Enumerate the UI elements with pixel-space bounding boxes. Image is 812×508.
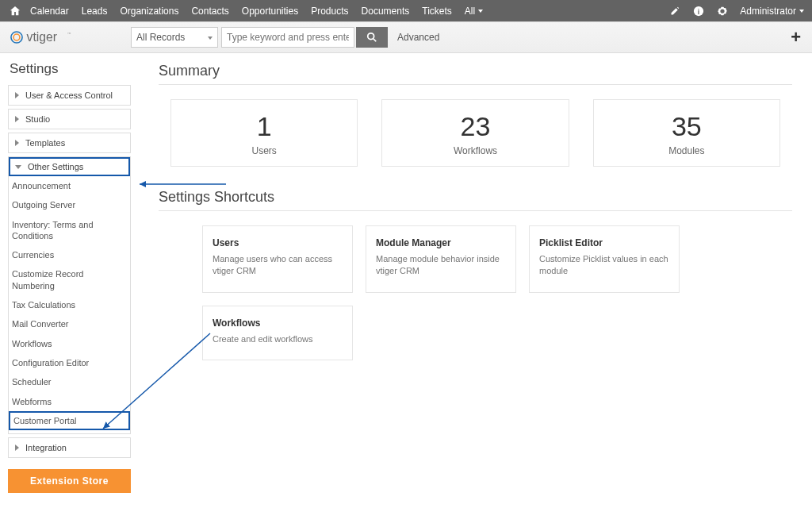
chevron-right-icon [15,444,19,451]
shortcut-title: Users [213,237,343,248]
summary-value: 23 [382,111,568,142]
summary-label: Users [171,145,357,156]
shortcuts-title: Settings Shortcuts [159,189,792,206]
shortcut-module-manager[interactable]: Module Manager Manage module behavior in… [366,225,516,293]
nav-tickets[interactable]: Tickets [422,6,452,17]
chevron-right-icon [15,92,19,98]
nav-calendar[interactable]: Calendar [30,6,69,17]
sidebar-item-announcement[interactable]: Announcement [9,176,130,195]
record-scope-select[interactable]: All Records [131,27,218,48]
chevron-right-icon [15,140,19,146]
sidebar-section-label: Other Settings [28,162,83,171]
sidebar-section-studio[interactable]: Studio [9,110,130,129]
sidebar-section-templates[interactable]: Templates [9,133,130,152]
svg-point-2 [11,32,22,43]
search-button[interactable] [356,27,388,48]
sidebar-section-label: User & Access Control [25,90,113,100]
chevron-down-icon [15,165,21,169]
sidebar-item-customer-portal[interactable]: Customer Portal [9,411,130,430]
extension-store-button[interactable]: Extension Store [8,469,131,493]
home-icon[interactable] [8,4,22,18]
shortcut-desc: Manage users who can access vtiger CRM [213,253,343,278]
summary-value: 35 [594,111,779,142]
sidebar-item-currencies[interactable]: Currencies [9,245,130,264]
top-nav: Calendar Leads Organizations Contacts Op… [0,0,812,21]
sidebar-item-mail-converter[interactable]: Mail Converter [9,314,130,333]
settings-content: Summary 1 Users 23 Workflows 35 Modules … [139,53,812,508]
summary-title: Summary [159,63,792,79]
sidebar-section-integration[interactable]: Integration [9,438,130,457]
svg-line-6 [373,39,377,42]
admin-menu[interactable]: Administrator [740,6,804,17]
chevron-right-icon [15,116,19,122]
settings-sidebar: Settings User & Access Control Studio Te… [0,53,139,508]
logo[interactable]: vtiger ™ [8,27,119,48]
edit-icon[interactable] [668,5,681,17]
sidebar-section-user-access[interactable]: User & Access Control [9,86,130,105]
sidebar-section-label: Integration [25,443,67,452]
sidebar-item-config-editor[interactable]: Configuration Editor [9,353,130,372]
shortcut-workflows[interactable]: Workflows Create and edit workflows [202,306,353,360]
sidebar-item-workflows[interactable]: Workflows [9,334,130,353]
sidebar-item-tax-calculations[interactable]: Tax Calculations [9,295,130,314]
header-bar: vtiger ™ All Records Advanced + [0,21,812,53]
shortcut-desc: Create and edit workflows [213,333,343,345]
nav-organizations[interactable]: Organizations [120,6,178,17]
svg-point-5 [368,33,374,40]
sidebar-item-scheduler[interactable]: Scheduler [9,372,130,391]
sidebar-section-label: Templates [25,138,65,148]
summary-label: Modules [594,145,779,156]
sidebar-item-outgoing-server[interactable]: Outgoing Server [9,195,130,214]
help-icon[interactable]: i [692,5,705,17]
sidebar-item-record-numbering[interactable]: Customize Record Numbering [9,264,130,295]
shortcut-desc: Customize Picklist values in each module [539,253,669,278]
sidebar-item-webforms[interactable]: Webforms [9,392,130,411]
nav-documents[interactable]: Documents [362,6,410,17]
nav-all[interactable]: All [465,6,483,17]
summary-card-modules[interactable]: 35 Modules [593,99,780,167]
shortcut-picklist-editor[interactable]: Picklist Editor Customize Picklist value… [529,225,680,293]
search-input[interactable] [221,27,354,48]
add-icon[interactable]: + [791,27,804,48]
advanced-search-link[interactable]: Advanced [397,32,439,43]
summary-card-users[interactable]: 1 Users [170,99,358,167]
sidebar-section-label: Studio [25,114,50,124]
summary-value: 1 [171,111,357,142]
summary-label: Workflows [382,145,568,156]
nav-products[interactable]: Products [311,6,348,17]
svg-text:i: i [698,7,699,15]
record-scope-label: All Records [136,32,185,43]
shortcut-title: Picklist Editor [539,237,669,248]
shortcut-title: Module Manager [376,237,506,248]
shortcut-desc: Manage module behavior inside vtiger CRM [376,253,506,278]
sidebar-title: Settings [8,61,131,77]
sidebar-section-other-settings[interactable]: Other Settings [9,157,130,176]
sidebar-item-inventory-terms[interactable]: Inventory: Terms and Conditions [9,215,130,246]
svg-text:vtiger: vtiger [27,30,57,44]
shortcut-users[interactable]: Users Manage users who can access vtiger… [202,225,353,293]
summary-card-workflows[interactable]: 23 Workflows [381,99,569,167]
nav-opportunities[interactable]: Opportunities [242,6,298,17]
nav-contacts[interactable]: Contacts [191,6,228,17]
svg-text:™: ™ [67,32,71,36]
gear-icon[interactable] [716,5,729,17]
nav-leads[interactable]: Leads [82,6,108,17]
shortcut-title: Workflows [213,318,343,329]
sidebar-submenu: Announcement Outgoing Server Inventory: … [9,176,130,433]
